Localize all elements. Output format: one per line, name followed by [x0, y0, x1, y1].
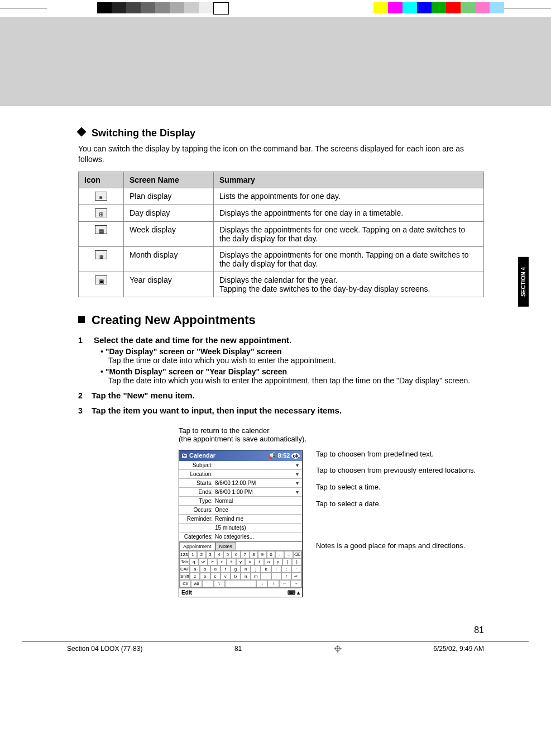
- footer-center: 81: [234, 645, 242, 654]
- intro-paragraph: You can switch the display by tapping th…: [78, 144, 484, 165]
- tab-notes[interactable]: Notes: [215, 542, 237, 550]
- month-display-icon: [95, 250, 107, 259]
- printer-marks-top: [0, 0, 551, 17]
- figure-caption-top: Tap to return to the calender (the appoi…: [179, 426, 484, 443]
- chevron-down-icon[interactable]: ▾: [294, 480, 300, 486]
- bullet: "Day Display" screen or "Week Display" s…: [100, 347, 484, 365]
- table-row: Day display Displays the appointments fo…: [79, 205, 484, 221]
- field-location: Location:▾: [179, 470, 302, 479]
- step-2: Tap the "New" menu item.: [78, 391, 484, 400]
- field-ends: Ends:8/6/00 1:00 PM▾: [179, 488, 302, 497]
- chevron-down-icon[interactable]: ▾: [294, 489, 300, 495]
- callout: Tap to select a date.: [316, 500, 476, 508]
- step-1: Select the date and time for the new app…: [78, 335, 484, 385]
- appointment-screenshot: 🗂 Calendar 📢 8:52 ok Subject:▾ Location:…: [179, 450, 303, 597]
- display-mode-table: Icon Screen Name Summary Plan display Li…: [78, 172, 484, 297]
- field-reminder: Reminder:Remind me: [179, 515, 302, 524]
- field-starts: Starts:8/6/00 12:00 PM▾: [179, 479, 302, 488]
- header-band: [0, 17, 551, 106]
- callout: Notes is a good place for maps and direc…: [316, 541, 476, 550]
- callout: Tap to choosen from predefined text.: [316, 450, 476, 459]
- footer-right: 6/25/02, 9:49 AM: [433, 645, 484, 654]
- field-reminder-value: 15 minute(s): [179, 524, 302, 532]
- year-display-icon: [95, 275, 107, 284]
- table-row: Year display Displays the calendar for t…: [79, 272, 484, 297]
- heading-switching-display: Switching the Display: [78, 127, 484, 139]
- field-occurs: Occurs:Once: [179, 506, 302, 515]
- screenshot-titlebar: 🗂 Calendar 📢 8:52 ok: [179, 450, 302, 461]
- color-bar-right: [373, 2, 504, 13]
- ok-button[interactable]: ok: [291, 453, 300, 459]
- chevron-down-icon[interactable]: ▾: [294, 462, 300, 468]
- table-row: Week display Displays the appointments f…: [79, 221, 484, 246]
- footer-left: Section 04 LOOX (77-83): [67, 645, 142, 654]
- callouts: Tap to choosen from predefined text. Tap…: [316, 450, 476, 558]
- footer: Section 04 LOOX (77-83) 81 6/25/02, 9:49…: [22, 641, 529, 658]
- field-categories: Categories:No categories...: [179, 532, 302, 541]
- th-summary: Summary: [214, 172, 484, 188]
- tab-appointment[interactable]: Appointment: [179, 542, 215, 550]
- field-subject: Subject:▾: [179, 461, 302, 470]
- edit-menu[interactable]: Edit: [181, 589, 192, 596]
- th-name: Screen Name: [124, 172, 214, 188]
- week-display-icon: [95, 225, 107, 234]
- section-tab: SECTION 4: [518, 257, 529, 307]
- color-bar-left: [97, 2, 229, 15]
- heading-creating-appointments: Creating New Appointments: [78, 313, 484, 327]
- registration-mark-icon: [334, 645, 342, 654]
- figure-area: Tap to return to the calender (the appoi…: [179, 426, 484, 597]
- table-row: Plan display Lists the appointments for …: [79, 188, 484, 205]
- field-type: Type:Normal: [179, 497, 302, 506]
- bullet: "Month Display" screen or "Year Display"…: [100, 367, 484, 385]
- day-display-icon: [95, 208, 107, 217]
- chevron-down-icon[interactable]: ▾: [294, 471, 300, 477]
- onscreen-keyboard[interactable]: 1231234567890-=⌫ Tabqwertyuiop[] CAPasdf…: [179, 550, 302, 588]
- plan-display-icon: [95, 192, 107, 201]
- th-icon: Icon: [79, 172, 124, 188]
- callout: Tap to choosen from previously entered l…: [316, 466, 476, 475]
- table-row: Month display Displays the appointments …: [79, 246, 484, 272]
- callout: Tap to select a time.: [316, 483, 476, 492]
- keyboard-icon[interactable]: ⌨ ▴: [288, 589, 300, 596]
- page-number: 81: [0, 625, 484, 635]
- step-3: Tap the item you want to input, then inp…: [78, 406, 484, 415]
